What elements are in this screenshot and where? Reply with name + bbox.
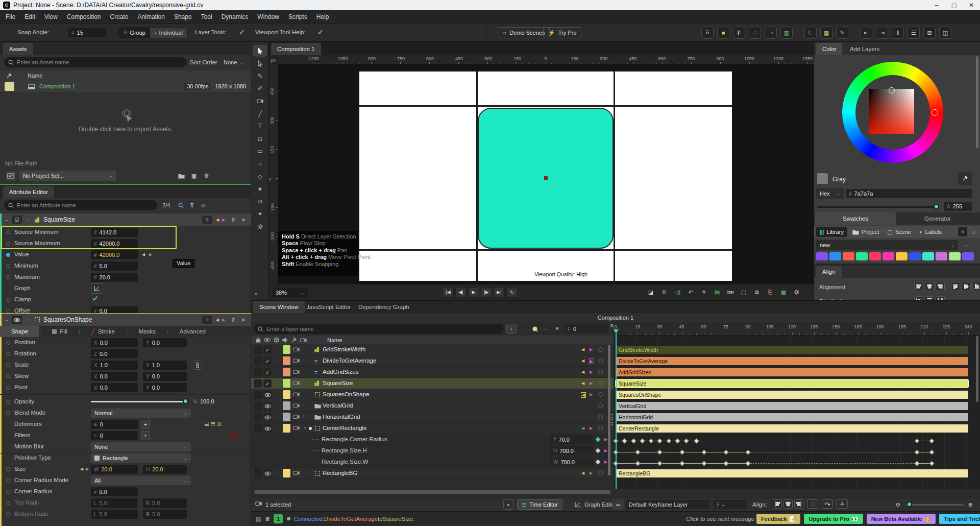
lock-toggle[interactable] <box>254 402 262 410</box>
zoom-in-button[interactable]: ⊕ <box>966 500 975 509</box>
lock-toggle[interactable] <box>254 357 262 365</box>
prev-keyframe-icon[interactable]: ◀ <box>581 370 585 374</box>
link-xy-icon[interactable] <box>193 361 202 370</box>
menu-view[interactable]: View <box>40 10 62 23</box>
status-badge-feedback[interactable]: Feedback📝 <box>756 514 800 524</box>
attribute-connect-dot[interactable] <box>6 386 10 390</box>
viewport-canvas[interactable]: Hold S Direct Layer SelectionSpace Play/… <box>278 64 814 284</box>
rectangle-tool-icon[interactable]: ▭ <box>253 146 267 157</box>
attribute-connect-dot[interactable] <box>6 352 10 356</box>
add-item-button[interactable]: + <box>141 431 150 440</box>
attribute-value-field[interactable]: Z0.0 <box>91 349 138 358</box>
timeline-bar-verticalgrid[interactable]: VerticalGrid <box>616 402 968 410</box>
attribute-connect-dot[interactable] <box>6 275 10 279</box>
attribute-connect-dot[interactable] <box>6 501 10 505</box>
attribute-value-field[interactable]: #20.0 <box>91 273 138 282</box>
timeline-bar-dividetogetaverage[interactable]: DivideToGetAverage <box>616 357 968 365</box>
prev-keyframe-icon[interactable]: ◀ <box>214 218 220 222</box>
star-tool-icon[interactable]: ★ <box>253 183 267 195</box>
bounds-icon[interactable]: ▢ <box>739 287 749 297</box>
next-keyframe-icon[interactable]: ▶ <box>149 252 152 257</box>
ellipse-tool-icon[interactable]: ○ <box>253 158 267 170</box>
pen-tool-icon[interactable]: ✎ <box>253 70 267 82</box>
attribute-count-field[interactable]: ≡0 <box>91 420 138 429</box>
layer-name[interactable]: SquaresOnShape <box>323 391 369 397</box>
panel-scrollbar[interactable] <box>976 56 978 148</box>
attribute-dropdown-corner-radius-mode[interactable]: All⌄ <box>91 476 191 485</box>
attribute-value-field[interactable]: #70.0 <box>550 435 593 444</box>
viewport-zoom-dropdown[interactable]: 38%⌄ <box>272 288 308 298</box>
attribute-value-field[interactable]: #42000.0 <box>91 239 138 248</box>
timeline-zoom-slider[interactable] <box>905 504 964 506</box>
timeline-layer-row-3[interactable]: ✓SquareSize◀▶ <box>251 378 614 389</box>
align-tab[interactable]: Align <box>816 266 842 278</box>
attribute-connect-dot[interactable] <box>6 400 10 404</box>
next-keyframe-icon[interactable]: ▶ <box>589 381 593 386</box>
arc-icon[interactable]: ☾ <box>804 27 817 39</box>
alpha-slider[interactable] <box>817 206 937 208</box>
prev-keyframe-icon[interactable]: ◀ <box>581 347 585 352</box>
palette-swatch-10[interactable] <box>949 252 961 260</box>
layer-color-swatch[interactable] <box>283 345 290 354</box>
next-frame-button[interactable]: |▶ <box>481 287 492 297</box>
timeline-bar-squaresonshape[interactable]: SquaresOnShape <box>616 391 968 399</box>
labels-button[interactable]: ◗ Labels <box>916 227 945 237</box>
grid-snap-icon[interactable]: # <box>699 287 709 297</box>
align-h-center-button[interactable] <box>925 282 934 291</box>
layer-color-swatch[interactable] <box>283 413 290 421</box>
try-pro-button[interactable]: ⚡ Try Pro <box>543 27 581 38</box>
attribute-value-field[interactable]: Y0.0 <box>143 372 187 381</box>
next-keyframe-icon[interactable]: ▶ <box>589 392 593 397</box>
pin-icon[interactable]: ⊼ <box>230 217 237 223</box>
visibility-toggle[interactable] <box>263 402 272 410</box>
attribute-connect-dot[interactable] <box>6 341 10 345</box>
timeline-attr-row-8[interactable]: Rectangle.Corner Radius#70.0▶ <box>251 434 614 445</box>
checker-icon[interactable]: ▩ <box>778 287 789 297</box>
attribute-count-field[interactable]: ≡0 <box>91 431 138 440</box>
prev-keyframe-icon[interactable]: ◀ <box>581 471 585 475</box>
timeline-layer-row-11[interactable]: RectangleBG◀▶ <box>251 468 614 479</box>
pencil-tool-icon[interactable]: ✐ <box>253 83 267 94</box>
skip-to-start-button[interactable]: |◀ <box>443 287 454 297</box>
visibility-toggle[interactable] <box>263 413 272 421</box>
attribute-connect-dot[interactable] <box>6 411 10 415</box>
layer-color-swatch[interactable] <box>283 356 290 365</box>
section-solo-icon[interactable]: ○ <box>24 317 32 323</box>
toolbar-drag-handle[interactable]: ⋮ <box>4 29 10 35</box>
expander-icon[interactable]: ⌄ <box>303 425 307 429</box>
layers-overlay-icon[interactable]: ⧉ <box>752 287 762 297</box>
snap-angle-field[interactable]: #15 <box>68 28 106 37</box>
status-message[interactable]: Connected: DivideToGetAverage to SquareS… <box>294 516 414 522</box>
menu-composition[interactable]: Composition <box>62 10 106 23</box>
timeline-bar-rectanglebg[interactable]: RectangleBG <box>616 469 968 477</box>
scene-button[interactable]: ▢ Scene <box>884 227 914 237</box>
visibility-toggle[interactable] <box>263 391 272 399</box>
duplicate-icon[interactable]: ⎘ <box>765 287 775 297</box>
attribute-value-field[interactable]: L5.0 <box>91 510 138 519</box>
timeline-layer-row-7[interactable]: ⌄CenterRectangle◀▶ <box>251 423 614 434</box>
attribute-connect-dot[interactable] <box>6 490 10 494</box>
attribute-connect-dot[interactable] <box>6 363 10 367</box>
palette-swatch-5[interactable] <box>883 252 894 260</box>
attribute-value-field[interactable]: X0.0 <box>91 372 138 381</box>
attribute-connect-dot[interactable] <box>6 309 10 313</box>
palette-swatch-11[interactable] <box>962 252 974 260</box>
messages-icon[interactable]: ≣ <box>263 515 272 523</box>
playhead-handle[interactable] <box>614 329 619 333</box>
hex-value-field[interactable]: #7a7a7a <box>846 189 972 198</box>
status-badge-upgrade-to-pro[interactable]: Upgrade to Pro👀 <box>804 514 863 524</box>
tl-bounds-button[interactable]: ⬚ <box>807 499 818 509</box>
palette-swatch-9[interactable] <box>936 252 947 260</box>
lock-toggle[interactable] <box>254 368 262 376</box>
timeline-attr-row-9[interactable]: Rectangle.Size.HH700.0▶ <box>251 445 614 457</box>
attribute-connect-dot[interactable] <box>6 374 10 378</box>
layer-color-swatch[interactable] <box>283 368 290 376</box>
dopesheet-button[interactable]: ▪ <box>503 499 513 510</box>
select-tool-icon[interactable] <box>253 45 267 57</box>
skip-to-end-button[interactable]: ▶| <box>494 287 505 297</box>
attribute-value-field[interactable]: #5.0 <box>91 261 138 271</box>
attribute-value-field[interactable]: X0.0 <box>91 383 138 392</box>
layer-color-swatch[interactable] <box>283 469 290 477</box>
menu-edit[interactable]: Edit <box>20 10 40 23</box>
solo-circle-icon[interactable] <box>598 471 603 475</box>
